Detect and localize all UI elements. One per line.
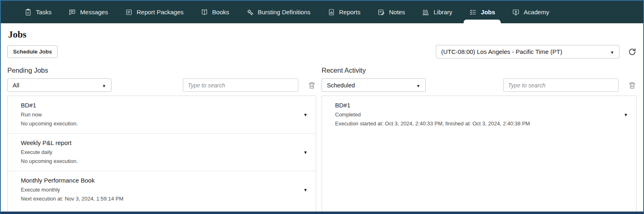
nav-item-academy[interactable]: Academy: [512, 1, 549, 23]
app-window: Tasks Messages Report Packages Books Bur: [0, 0, 644, 214]
job-row: Monthly Performance Book Execute monthly…: [8, 171, 316, 208]
nav-item-notes[interactable]: Notes: [378, 1, 405, 23]
job-row: BD#1 Completed Execution started at: Oct…: [322, 96, 636, 133]
nav-item-label: Report Packages: [137, 9, 184, 16]
job-detail: Execution started at: Oct 3, 2024, 2:40:…: [335, 120, 618, 127]
pending-jobs-panel: Pending Jobs All BD#1 Run now No: [7, 67, 316, 213]
recent-filter-select[interactable]: Scheduled: [322, 78, 426, 92]
pending-filter-value: All: [13, 82, 19, 89]
jobs-page: Jobs Schedule Jobs (UTC-08:00) Los Angel…: [1, 29, 643, 213]
nav-item-jobs[interactable]: Jobs: [469, 1, 495, 23]
academy-icon: [512, 9, 520, 16]
pending-filter-select[interactable]: All: [7, 78, 111, 92]
trash-icon: [628, 81, 637, 90]
job-detail: No upcoming execution.: [21, 158, 298, 164]
job-name: BD#1: [21, 102, 298, 109]
nav-item-label: Library: [433, 9, 452, 16]
bursting-definitions-icon: [246, 9, 254, 16]
refresh-icon: [628, 47, 637, 56]
reports-icon: [328, 9, 335, 16]
pending-filter-row: All: [7, 78, 316, 92]
nav-item-label: Notes: [389, 9, 405, 16]
job-status: Completed: [335, 111, 618, 118]
job-actions-caret[interactable]: [303, 148, 308, 156]
job-actions-caret[interactable]: [303, 186, 308, 193]
messages-icon: [69, 9, 76, 16]
recent-search-input[interactable]: [503, 78, 619, 92]
nav-item-label: Jobs: [481, 9, 495, 16]
trash-icon: [307, 81, 316, 90]
toolbar: Schedule Jobs (UTC-08:00) Los Angeles - …: [7, 45, 637, 58]
nav-item-label: Books: [212, 9, 229, 16]
notes-icon: [378, 9, 385, 16]
recent-activity-panel: Recent Activity Scheduled BD#1 Completed: [322, 67, 637, 213]
job-row: Weekly P&L report Execute daily No upcom…: [8, 134, 316, 171]
recent-delete-button[interactable]: [628, 81, 637, 90]
job-row: BD#1 Run now No upcoming execution.: [8, 96, 316, 134]
nav-item-label: Bursting Definitions: [258, 9, 311, 16]
job-actions-caret[interactable]: [303, 111, 308, 118]
recent-filter-row: Scheduled: [322, 78, 637, 92]
nav-item-label: Reports: [339, 9, 361, 16]
top-navigation: Tasks Messages Report Packages Books Bur: [1, 1, 643, 23]
pending-search-input[interactable]: [183, 78, 298, 92]
library-icon: [422, 9, 429, 16]
job-detail: Next execution at: Nov 3, 2024, 1:59:14 …: [21, 196, 298, 202]
nav-item-tasks[interactable]: Tasks: [24, 1, 51, 23]
pending-jobs-heading: Pending Jobs: [7, 67, 316, 74]
job-schedule: Execute daily: [21, 149, 298, 155]
job-schedule: Run now: [21, 111, 298, 118]
job-actions-caret[interactable]: [624, 111, 628, 118]
report-packages-icon: [125, 9, 133, 16]
job-name: Weekly P&L report: [21, 139, 298, 146]
nav-item-messages[interactable]: Messages: [69, 1, 108, 23]
job-schedule: Execute monthly: [21, 187, 298, 193]
page-title: Jobs: [8, 29, 637, 40]
chevron-down-icon: [102, 82, 106, 89]
nav-item-library[interactable]: Library: [422, 1, 452, 23]
nav-item-books[interactable]: Books: [201, 1, 229, 23]
recent-activity-list: BD#1 Completed Execution started at: Oct…: [322, 96, 637, 213]
pending-delete-button[interactable]: [307, 81, 316, 90]
recent-filter-value: Scheduled: [327, 82, 355, 89]
job-name: Monthly Performance Book: [21, 177, 298, 184]
timezone-value: (UTC-08:00) Los Angeles - Pacific Time (…: [441, 48, 562, 55]
nav-item-bursting-definitions[interactable]: Bursting Definitions: [246, 1, 311, 23]
books-icon: [201, 9, 208, 16]
job-name: BD#1: [335, 102, 618, 109]
nav-item-label: Tasks: [36, 9, 51, 16]
panels: Pending Jobs All BD#1 Run now No: [7, 67, 637, 213]
chevron-down-icon: [416, 82, 420, 89]
timezone-select[interactable]: (UTC-08:00) Los Angeles - Pacific Time (…: [436, 45, 620, 58]
jobs-icon: [469, 9, 477, 16]
nav-item-label: Messages: [80, 9, 108, 16]
nav-item-reports[interactable]: Reports: [328, 1, 361, 23]
refresh-button[interactable]: [628, 47, 637, 56]
chevron-down-icon: [610, 48, 614, 55]
recent-activity-heading: Recent Activity: [322, 67, 637, 74]
tasks-icon: [24, 9, 32, 16]
schedule-jobs-button[interactable]: Schedule Jobs: [7, 45, 58, 58]
nav-item-label: Academy: [524, 9, 549, 16]
job-detail: No upcoming execution.: [21, 120, 298, 127]
pending-jobs-list: BD#1 Run now No upcoming execution. Week…: [7, 96, 316, 213]
nav-item-report-packages[interactable]: Report Packages: [125, 1, 184, 23]
